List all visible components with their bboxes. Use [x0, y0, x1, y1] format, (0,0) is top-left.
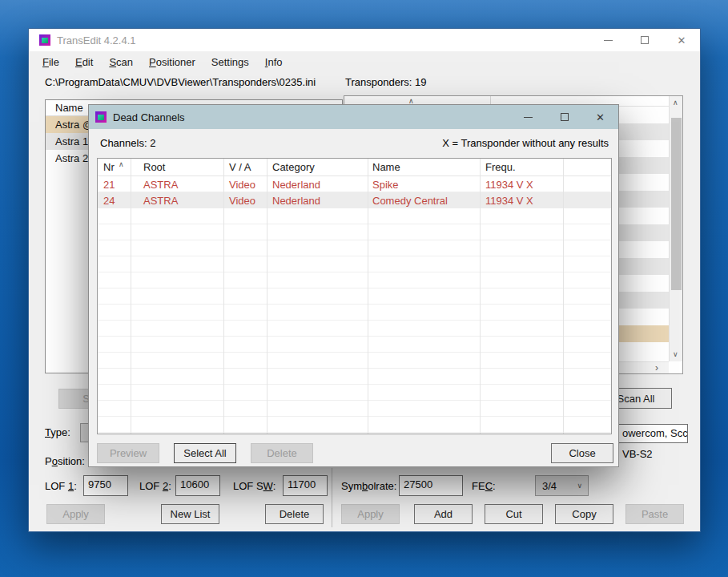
cut-button[interactable]: Cut: [485, 504, 543, 524]
type-label: Type:: [45, 426, 70, 438]
chevron-down-icon: ∨: [577, 482, 582, 490]
main-minimize-button[interactable]: [589, 29, 626, 51]
add-button[interactable]: Add: [414, 504, 473, 524]
column-header-category[interactable]: Category: [267, 159, 368, 176]
lof1-input[interactable]: 9750: [83, 475, 128, 496]
position-label: Position:: [45, 455, 85, 467]
fec-dropdown[interactable]: 3/4 ∨: [535, 475, 589, 496]
paste-button[interactable]: Paste: [625, 504, 684, 524]
transponder-count-label: Transponders: 19: [345, 76, 426, 88]
table-gridlines: [98, 176, 611, 434]
sort-caret-icon: ∧: [119, 161, 124, 168]
apply-transponder-button[interactable]: Apply: [341, 504, 400, 524]
lof2-label: LOF 2:: [139, 480, 171, 492]
column-header-root[interactable]: Root: [131, 159, 223, 176]
dvb-standard-label: VB-S2: [622, 448, 653, 460]
dialog-app-icon: [95, 111, 107, 123]
cell-va: Video: [223, 192, 267, 208]
table-row-selected[interactable]: 24 ASTRA Video Nederland Comedy Central …: [98, 192, 611, 208]
channels-count-label: Channels: 2: [100, 137, 155, 149]
fec-label: FEC:: [472, 480, 496, 492]
scroll-right-icon[interactable]: ›: [655, 365, 658, 372]
menu-positioner[interactable]: Positioner: [141, 53, 203, 71]
menu-bar: File Edit Scan Positioner Settings Info: [29, 51, 700, 72]
scroll-up-icon[interactable]: ∧: [673, 99, 678, 107]
table-gridline: [267, 159, 267, 434]
transedit-app-icon: [39, 34, 50, 46]
main-window-title: TransEdit 4.2.4.1: [57, 34, 136, 46]
cell-root: ASTRA: [131, 192, 223, 208]
desktop-background: TransEdit 4.2.4.1 ✕ File Edit Scan Posit…: [0, 0, 728, 577]
scroll-down-icon[interactable]: ∨: [673, 351, 678, 358]
cell-root: ASTRA: [131, 176, 223, 192]
symbolrate-input[interactable]: 27500: [399, 475, 463, 496]
cell-name: Spike: [368, 176, 480, 192]
table-gridline: [223, 159, 224, 434]
vertical-scrollbar[interactable]: ∧ ∨: [669, 96, 682, 361]
fec-value: 3/4: [542, 480, 557, 492]
column-header-nr[interactable]: Nr: [98, 159, 131, 176]
cell-name: Comedy Central: [368, 192, 480, 208]
dead-channels-table[interactable]: Nr Root V / A Category Name Frequ. ∧ 21 …: [97, 158, 612, 434]
menu-edit[interactable]: Edit: [67, 53, 101, 71]
main-close-button[interactable]: ✕: [663, 29, 700, 51]
cell-nr: 24: [98, 192, 131, 208]
dialog-close-button[interactable]: ✕: [582, 105, 618, 129]
menu-info[interactable]: Info: [257, 53, 291, 71]
dialog-title: Dead Channels: [113, 111, 185, 123]
panel-divider: [332, 468, 332, 527]
cell-frequ: 11934 V X: [480, 176, 563, 192]
cell-frequ: 11934 V X: [480, 192, 563, 208]
table-gridline: [131, 159, 131, 434]
dead-channels-dialog: Dead Channels ✕ Channels: 2 X = Transpon…: [88, 104, 619, 467]
table-gridline: [563, 159, 564, 434]
table-row[interactable]: 21 ASTRA Video Nederland Spike 11934 V X: [98, 176, 611, 192]
close-icon: ✕: [678, 34, 686, 46]
lof1-label: LOF 1:: [45, 480, 77, 492]
maximize-icon: [561, 113, 569, 121]
main-titlebar[interactable]: TransEdit 4.2.4.1 ✕: [29, 29, 700, 51]
cell-nr: 21: [98, 176, 131, 192]
delete-list-button[interactable]: Delete: [265, 504, 324, 524]
menu-file[interactable]: File: [34, 53, 67, 71]
new-list-button[interactable]: New List: [161, 504, 219, 524]
apply-list-button[interactable]: Apply: [46, 504, 105, 524]
column-header-name[interactable]: Name: [368, 159, 480, 176]
maximize-icon: [641, 36, 649, 44]
lof2-input[interactable]: 10600: [175, 475, 220, 496]
cell-category: Nederland: [267, 192, 368, 208]
hardware-device-box[interactable]: owercom, Scc: [617, 424, 688, 443]
menu-scan[interactable]: Scan: [101, 53, 141, 71]
table-header-row[interactable]: Nr Root V / A Category Name Frequ.: [98, 159, 611, 176]
cell-category: Nederland: [267, 176, 368, 192]
main-maximize-button[interactable]: [626, 29, 663, 51]
table-gridline: [480, 159, 481, 434]
column-header-frequ[interactable]: Frequ.: [480, 159, 563, 176]
dialog-minimize-button[interactable]: [510, 105, 546, 129]
minimize-icon: [604, 40, 613, 41]
copy-button[interactable]: Copy: [555, 504, 613, 524]
menu-settings[interactable]: Settings: [203, 53, 257, 71]
close-icon: ✕: [596, 111, 605, 123]
lofsw-label: LOF SW:: [233, 480, 276, 492]
preview-button[interactable]: Preview: [97, 443, 159, 463]
dialog-hint-label: X = Transponder without any results: [442, 137, 609, 149]
close-dialog-button[interactable]: Close: [551, 443, 613, 463]
column-header-va[interactable]: V / A: [223, 159, 267, 176]
delete-channels-button[interactable]: Delete: [251, 443, 313, 463]
select-all-button[interactable]: Select All: [174, 443, 236, 463]
dialog-maximize-button[interactable]: [546, 105, 582, 129]
minimize-icon: [524, 117, 533, 118]
ini-path-label: C:\ProgramData\CMUV\DVBViewer\Transponde…: [45, 76, 316, 88]
dialog-titlebar[interactable]: Dead Channels ✕: [89, 105, 618, 129]
lofsw-input[interactable]: 11700: [283, 475, 328, 496]
cell-va: Video: [223, 176, 267, 192]
scrollbar-thumb[interactable]: [671, 118, 682, 290]
table-gridline: [368, 159, 368, 434]
symbolrate-label: Symbolrate:: [341, 480, 396, 492]
